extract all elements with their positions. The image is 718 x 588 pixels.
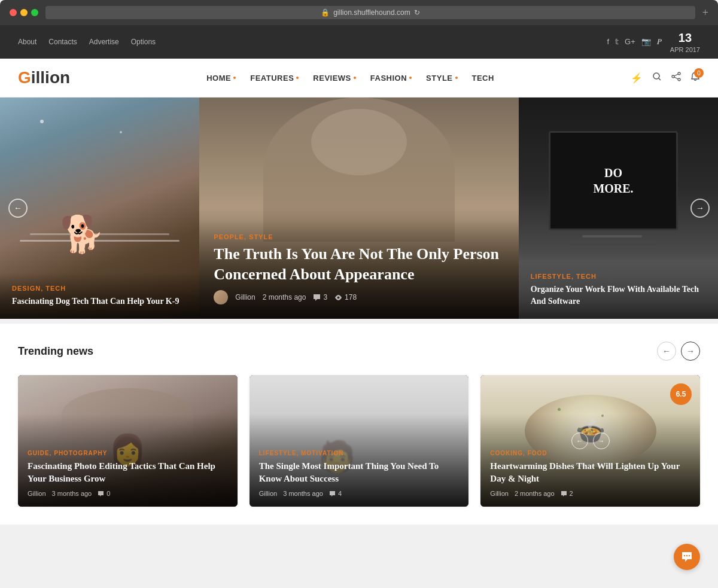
- facebook-icon[interactable]: f: [607, 37, 609, 47]
- card-2-title: The Single Most Important Thing You Need…: [259, 460, 460, 485]
- topbar-options[interactable]: Options: [131, 38, 156, 46]
- svg-line-5: [674, 74, 678, 76]
- hero-left-overlay: DESIGN, TECH Fascinating Dog Tech That C…: [0, 273, 199, 319]
- nav-features-dot: [296, 77, 299, 79]
- topbar-about[interactable]: About: [18, 38, 36, 46]
- hero-right-title: Organize Your Work Flow With Available T…: [531, 284, 706, 307]
- dog-icon: 🐕: [60, 217, 105, 252]
- top-bar-right: f 𝕥 G+ 📷 𝑷 13 APR 2017: [607, 30, 700, 54]
- content-section: Trending news ← → 👩 GUIDE, PHOTOGRAPHY F…: [0, 324, 718, 525]
- nav-features[interactable]: FEATURES: [250, 74, 299, 83]
- svg-point-0: [653, 73, 659, 79]
- browser-window: 🔒 gillion.shufflehound.com ↻ +: [0, 0, 718, 25]
- card-3-meta: Gillion 2 months ago 2: [490, 490, 690, 497]
- card-photo-editing[interactable]: 👩 GUIDE, PHOTOGRAPHY Fascinating Photo E…: [18, 375, 238, 507]
- top-bar: About Contacts Advertise Options f 𝕥 G+ …: [0, 25, 718, 59]
- hero-card-left[interactable]: 🐕 ← DESIGN, TECH Fascinating Dog Tech Th…: [0, 98, 199, 319]
- topbar-contacts[interactable]: Contacts: [48, 38, 77, 46]
- nav-tech[interactable]: TECH: [472, 74, 494, 83]
- card-1-title: Fascinating Photo Editing Tactics That C…: [28, 460, 228, 485]
- card-3-author: Gillion: [490, 490, 509, 497]
- card-2-time: 3 months ago: [283, 490, 323, 497]
- card-2-comments: 4: [329, 490, 342, 497]
- card-1-categories: GUIDE, PHOTOGRAPHY: [28, 450, 228, 456]
- hero-left-categories: DESIGN, TECH: [12, 285, 187, 292]
- trending-title: Trending news: [18, 345, 93, 358]
- refresh-icon[interactable]: ↻: [414, 8, 420, 17]
- close-button[interactable]: [10, 9, 17, 16]
- card-2-author: Gillion: [259, 490, 278, 497]
- new-tab-button[interactable]: +: [702, 7, 708, 18]
- hero-left-title: Fascinating Dog Tech That Can Help Your …: [12, 295, 187, 307]
- card-success[interactable]: 🧑 LIFESTYLE, MOTIVATION The Single Most …: [250, 375, 469, 507]
- card-1-body: GUIDE, PHOTOGRAPHY Fascinating Photo Edi…: [18, 414, 238, 507]
- nav-home[interactable]: HOME: [206, 74, 236, 83]
- date-display: 13 APR 2017: [670, 30, 700, 54]
- hero-center-overlay: PEOPLE, STYLE The Truth Is You Are Not T…: [199, 219, 518, 319]
- site-header: G illion HOME FEATURES REVIEWS FASHION S…: [0, 59, 718, 98]
- share-icon[interactable]: [671, 72, 681, 84]
- site-logo[interactable]: G illion: [18, 68, 70, 87]
- hero-slider: 🐕 ← DESIGN, TECH Fascinating Dog Tech Th…: [0, 98, 718, 319]
- topbar-advertise[interactable]: Advertise: [89, 38, 119, 46]
- minimize-button[interactable]: [20, 9, 28, 16]
- card-food[interactable]: 6.5 🍲 ← → COOKING, FOOD Heartwarming Dis…: [480, 375, 700, 507]
- top-bar-nav: About Contacts Advertise Options: [18, 38, 156, 46]
- hero-center-categories: PEOPLE, STYLE: [214, 233, 504, 240]
- trending-header: Trending news ← →: [18, 342, 700, 361]
- svg-point-7: [337, 296, 340, 298]
- hero-comments: 3: [313, 293, 327, 301]
- card-1-comments: 0: [98, 490, 110, 497]
- twitter-icon[interactable]: 𝕥: [615, 37, 619, 47]
- url-text: gillion.shufflehound.com: [333, 8, 410, 17]
- nav-style[interactable]: STYLE: [426, 74, 457, 83]
- url-bar[interactable]: 🔒 gillion.shufflehound.com ↻: [45, 6, 695, 19]
- hero-card-right[interactable]: DOMORE. → LIFESTYLE, TECH Organize Your …: [519, 98, 718, 319]
- hero-prev-button[interactable]: ←: [8, 199, 28, 218]
- search-icon[interactable]: [652, 72, 662, 84]
- card-3-comments: 2: [561, 490, 573, 497]
- svg-line-6: [674, 77, 678, 79]
- card-1-author: Gillion: [28, 490, 46, 497]
- card-1-meta: Gillion 3 months ago 0: [28, 490, 228, 497]
- hero-views: 178: [334, 293, 357, 301]
- card-1-time: 3 months ago: [52, 490, 92, 497]
- card-3-body: COOKING, FOOD Heartwarming Dishes That W…: [480, 414, 700, 507]
- header-actions: ⚡ 0: [631, 72, 700, 84]
- hero-center-meta: Gillion 2 months ago 3 178: [214, 290, 504, 304]
- notification-count: 0: [694, 68, 704, 78]
- nav-home-dot: [233, 77, 236, 79]
- nav-fashion[interactable]: FASHION: [370, 74, 412, 83]
- hero-center-title: The Truth Is You Are Not The Only Person…: [214, 244, 504, 285]
- card-3-next[interactable]: →: [593, 432, 610, 449]
- svg-point-2: [678, 72, 680, 75]
- nav-reviews[interactable]: REVIEWS: [313, 74, 355, 83]
- maximize-button[interactable]: [31, 9, 38, 16]
- traffic-lights: [10, 9, 38, 16]
- card-2-body: LIFESTYLE, MOTIVATION The Single Most Im…: [250, 414, 469, 507]
- card-2-categories: LIFESTYLE, MOTIVATION: [259, 450, 460, 456]
- hero-right-overlay: LIFESTYLE, TECH Organize Your Work Flow …: [519, 261, 718, 319]
- hero-next-button[interactable]: →: [690, 199, 710, 218]
- svg-point-4: [678, 78, 680, 81]
- flash-icon[interactable]: ⚡: [631, 72, 643, 84]
- card-3-prev[interactable]: ←: [571, 432, 588, 449]
- hero-author: Gillion: [235, 293, 255, 301]
- svg-line-1: [659, 78, 661, 80]
- pinterest-icon[interactable]: 𝑷: [657, 37, 662, 47]
- lock-icon: 🔒: [321, 8, 330, 17]
- instagram-icon[interactable]: 📷: [641, 37, 651, 47]
- notification-badge[interactable]: 0: [690, 72, 700, 84]
- nav-fashion-dot: [409, 77, 412, 79]
- hero-card-center[interactable]: PEOPLE, STYLE The Truth Is You Are Not T…: [199, 98, 518, 319]
- hero-time: 2 months ago: [263, 293, 306, 301]
- trending-next-button[interactable]: →: [681, 342, 700, 361]
- logo-g: G: [18, 68, 31, 87]
- date-month-year: APR 2017: [670, 45, 700, 54]
- google-plus-icon[interactable]: G+: [625, 37, 635, 47]
- main-nav: HOME FEATURES REVIEWS FASHION STYLE TECH: [206, 74, 494, 83]
- trending-prev-button[interactable]: ←: [657, 342, 676, 361]
- cards-grid: 👩 GUIDE, PHOTOGRAPHY Fascinating Photo E…: [18, 375, 700, 507]
- card-3-categories: COOKING, FOOD: [490, 450, 690, 456]
- card-mini-nav: ← →: [571, 432, 610, 449]
